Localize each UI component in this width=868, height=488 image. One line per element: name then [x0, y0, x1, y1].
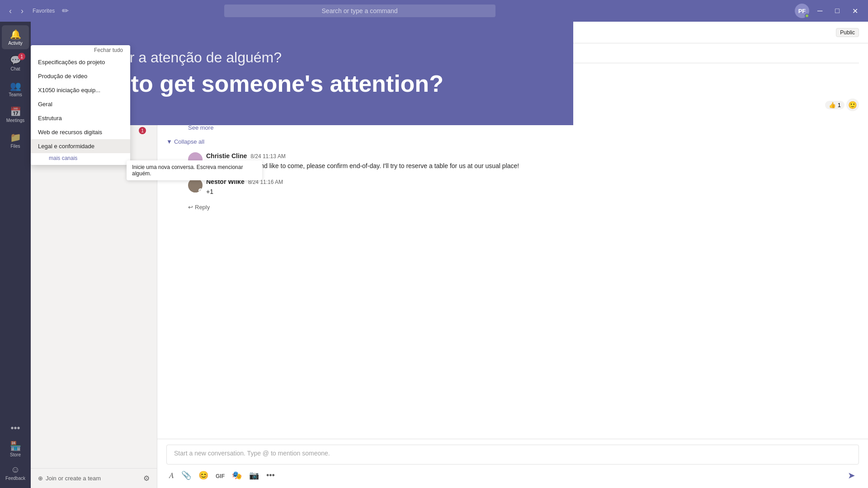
- team-name: Project Specs: [56, 50, 139, 57]
- settings-button[interactable]: ⚙: [143, 474, 150, 483]
- new-team-button[interactable]: ✏: [142, 27, 150, 38]
- reply-time: 8/24 11:16 AM: [248, 179, 283, 185]
- sticker-icon: 🎭: [232, 471, 242, 480]
- channel-item-general[interactable]: General: [56, 104, 150, 115]
- sidebar-item-more[interactable]: •••: [2, 419, 29, 437]
- sidebar-item-label: Teams: [9, 92, 22, 97]
- message-item: PF Patti Fernandez 8/24 10:53 AM 👍 1: [166, 95, 859, 135]
- see-more-link[interactable]: See more: [188, 124, 859, 131]
- sidebar-item-feedback[interactable]: ☺ Feedback: [2, 461, 29, 484]
- sidebar-item-label: Feedback: [5, 476, 25, 481]
- message-time: 8/24 10:53 AM: [239, 102, 274, 108]
- back-button[interactable]: ‹: [5, 5, 15, 18]
- close-button[interactable]: ✕: [848, 5, 863, 17]
- channel-item-digital-assets[interactable]: Digital Assets Web 1: [56, 125, 150, 136]
- reply-avatar: [188, 178, 203, 192]
- channel-name: General: [60, 106, 146, 113]
- status-indicator: [198, 163, 203, 167]
- reply-icon: ↩: [188, 204, 193, 211]
- teams-sidebar-title: Teams: [38, 28, 61, 37]
- chat-badge: 1: [18, 53, 25, 60]
- channel-name: Digital Assets Web: [60, 127, 139, 134]
- collapse-icon: ▼: [166, 138, 172, 145]
- sidebar-item-label: Files: [10, 144, 20, 149]
- format-button[interactable]: 𝐴: [166, 469, 177, 482]
- svg-point-2: [192, 155, 198, 161]
- files-icon: 📁: [10, 132, 21, 143]
- reply-avatar: [188, 152, 203, 167]
- team-item[interactable]: VP Video production •••: [31, 65, 157, 86]
- team-item[interactable]: PS Project Specs •••: [31, 43, 157, 65]
- reply-header: Christie Cline 8/24 11:13 AM: [206, 152, 859, 160]
- reply-text: +1: [206, 187, 859, 197]
- collapse-all-button[interactable]: ▼ Collapse all: [166, 138, 859, 145]
- send-icon: ➤: [848, 470, 855, 480]
- message-body: Patti Fernandez 8/24 10:53 AM 👍 1 🙂: [188, 99, 859, 131]
- gif-icon: GIF: [216, 473, 225, 479]
- message-input-box[interactable]: Start a new conversation. Type @ to ment…: [166, 445, 859, 465]
- sidebar-bottom: ••• 🏪 Store ☺ Feedback: [2, 419, 29, 484]
- sidebar-item-teams[interactable]: 👥 Teams: [2, 77, 29, 101]
- system-avatar: 👤: [166, 73, 181, 88]
- reply-item: Christie Cline 8/24 11:13 AM If you're a…: [188, 149, 859, 174]
- more-channels-link[interactable]: 2 more channels: [38, 146, 150, 157]
- sidebar-item-activity[interactable]: 🔔 Activity: [2, 25, 29, 49]
- join-team-footer: ⊕ Join or create a team ⚙: [31, 468, 157, 488]
- channel-item-legal[interactable]: Legal and Compliance: [56, 136, 150, 146]
- sidebar-item-files[interactable]: 📁 Files: [2, 128, 29, 152]
- send-button[interactable]: ➤: [844, 468, 859, 483]
- message-author: Patti Fernandez: [188, 101, 235, 108]
- team-name: X1050 Launch Team: [56, 94, 139, 101]
- gif-button[interactable]: GIF: [213, 469, 227, 482]
- reply-button[interactable]: ↩ Reply: [188, 204, 210, 211]
- status-dot: [805, 14, 809, 18]
- replies-section: Christie Cline 8/24 11:13 AM If you're a…: [166, 149, 859, 200]
- teams-icon: 👥: [10, 80, 21, 91]
- reply-body: Christie Cline 8/24 11:13 AM If you're a…: [206, 152, 859, 171]
- like-reaction[interactable]: 👍 1: [825, 101, 844, 109]
- teams-sidebar-header: Teams ⊘ ✏: [31, 22, 157, 43]
- sidebar-actions: ⊘ ✏: [131, 27, 150, 38]
- reply-author: Nestor Wilke: [206, 178, 245, 185]
- reply-author: Christie Cline: [206, 152, 247, 160]
- more-tools-icon: •••: [266, 471, 275, 480]
- attach-button[interactable]: 📎: [179, 469, 194, 482]
- more-tools-button[interactable]: •••: [264, 469, 278, 482]
- team-item-header: VP Video production •••: [38, 68, 150, 83]
- format-icon: 𝐴: [169, 471, 174, 480]
- message-reactions: 👍 1 🙂: [825, 99, 859, 111]
- main-content: X1050 Launch Team › General ··· Public A…: [157, 22, 868, 488]
- channel-more-button[interactable]: ···: [266, 29, 271, 36]
- emoji-button[interactable]: 😊: [196, 469, 211, 482]
- channel-item-design[interactable]: Design: [56, 115, 150, 125]
- nav-buttons: ‹ ›: [5, 5, 27, 18]
- channel-list: General Design Digital Assets Web 1 Lega…: [38, 104, 150, 146]
- compose-button[interactable]: ✏: [58, 4, 72, 18]
- thumbsup-icon: 👍: [829, 102, 836, 108]
- channel-name: Design: [60, 117, 146, 123]
- reply-text: If you're available and like to come, pl…: [206, 161, 859, 171]
- maximize-button[interactable]: □: [830, 5, 844, 17]
- minimize-button[interactable]: ─: [813, 5, 827, 17]
- feedback-icon: ☺: [11, 465, 20, 475]
- team-item[interactable]: X1 X1050 Launch Team ••• General Design: [31, 86, 157, 160]
- team-item-header: PS Project Specs •••: [38, 47, 150, 61]
- sidebar-item-meetings[interactable]: 📅 Meetings: [2, 103, 29, 127]
- sidebar-item-chat[interactable]: 💬 Chat 1: [2, 51, 29, 75]
- breadcrumb-separator: ›: [228, 29, 230, 36]
- sticker-button[interactable]: 🎭: [229, 469, 245, 482]
- top-bar: ‹ › Favorites ✏ PF ─ □ ✕: [0, 0, 868, 22]
- team-name: Video production: [56, 72, 139, 79]
- attach-icon: 📎: [181, 471, 191, 480]
- forward-button[interactable]: ›: [17, 5, 27, 18]
- sidebar-item-store[interactable]: 🏪 Store: [2, 437, 29, 461]
- sidebar: 🔔 Activity 💬 Chat 1 👥 Teams 📅 Meetings 📁…: [0, 22, 31, 488]
- join-team-button[interactable]: ⊕ Join or create a team: [38, 475, 101, 482]
- public-badge: Public: [836, 28, 859, 37]
- video-button[interactable]: 📷: [246, 469, 262, 482]
- add-reaction-button[interactable]: 🙂: [846, 99, 859, 111]
- user-avatar[interactable]: PF: [795, 4, 809, 18]
- input-toolbar: 𝐴 📎 😊 GIF 🎭 📷: [166, 468, 859, 483]
- search-input[interactable]: [224, 5, 495, 17]
- filter-button[interactable]: ⊘: [131, 27, 138, 38]
